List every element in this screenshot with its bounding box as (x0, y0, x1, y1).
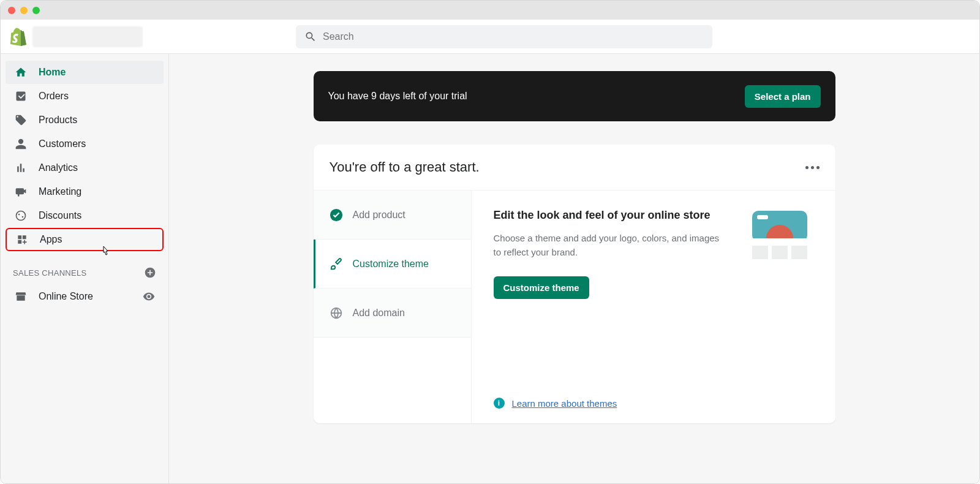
store-name-box[interactable] (32, 26, 143, 47)
window-maximize-button[interactable] (32, 7, 40, 14)
sidebar-item-discounts[interactable]: Discounts (6, 204, 164, 227)
top-bar (1, 20, 979, 54)
trial-banner: You have 9 days left of your trial Selec… (314, 71, 835, 121)
sidebar-item-orders[interactable]: Orders (6, 85, 164, 108)
customize-theme-button[interactable]: Customize theme (494, 276, 589, 299)
sidebar-item-label: Discounts (39, 210, 81, 221)
sidebar-item-label: Home (39, 67, 66, 78)
sidebar-item-label: Apps (40, 234, 62, 245)
step-label: Add product (353, 210, 405, 221)
step-add-domain[interactable]: Add domain (314, 289, 471, 338)
learn-more-link[interactable]: Learn more about themes (512, 398, 617, 409)
svg-rect-9 (791, 246, 807, 259)
brush-icon (330, 257, 343, 271)
search-input[interactable] (323, 31, 704, 42)
card-title: You're off to a great start. (330, 159, 480, 175)
step-content: Edit the look and feel of your online st… (472, 191, 835, 423)
orders-icon (14, 90, 28, 102)
sidebar-item-label: Orders (39, 91, 69, 102)
sidebar-item-online-store[interactable]: Online Store (6, 285, 164, 308)
marketing-icon (14, 186, 28, 198)
content-body: Choose a theme and add your logo, colors… (494, 232, 729, 259)
discounts-icon (14, 210, 28, 222)
content-heading: Edit the look and feel of your online st… (494, 208, 729, 223)
sidebar-item-home[interactable]: Home (6, 61, 164, 84)
store-icon (14, 290, 28, 303)
check-circle-icon (330, 208, 343, 222)
shopify-logo-icon (10, 28, 26, 46)
sidebar-item-label: Marketing (39, 186, 81, 197)
window-minimize-button[interactable] (20, 7, 28, 14)
customers-icon (14, 138, 28, 150)
sidebar-item-customers[interactable]: Customers (6, 132, 164, 156)
main-content: You have 9 days left of your trial Selec… (169, 54, 979, 483)
info-icon: i (494, 398, 505, 409)
search-icon (304, 31, 317, 43)
window-close-button[interactable] (8, 7, 15, 14)
home-icon (14, 66, 28, 78)
view-store-button[interactable] (143, 290, 155, 303)
svg-rect-7 (752, 246, 768, 259)
analytics-icon (14, 162, 28, 174)
window-titlebar (1, 1, 979, 20)
search-field[interactable] (296, 25, 712, 48)
sidebar-item-marketing[interactable]: Marketing (6, 180, 164, 203)
section-label: SALES CHANNELS (13, 268, 87, 278)
setup-card: You're off to a great start. Add product… (314, 145, 835, 423)
trial-message: You have 9 days left of your trial (328, 91, 467, 102)
globe-icon (330, 306, 343, 320)
sidebar: Home Orders Products Customers Analytics… (1, 54, 169, 483)
sidebar-item-products[interactable]: Products (6, 108, 164, 132)
products-icon (14, 114, 28, 126)
step-label: Customize theme (353, 259, 429, 270)
sidebar-item-label: Online Store (39, 291, 132, 302)
svg-rect-8 (772, 246, 788, 259)
step-add-product[interactable]: Add product (314, 191, 471, 240)
step-customize-theme[interactable]: Customize theme (314, 240, 471, 289)
sidebar-item-label: Products (39, 115, 77, 126)
apps-icon (15, 233, 29, 246)
sidebar-section-sales-channels: SALES CHANNELS (4, 261, 165, 284)
theme-illustration (746, 208, 813, 263)
card-more-button[interactable] (805, 166, 820, 169)
add-channel-button[interactable] (144, 267, 156, 279)
setup-steps: Add product Customize theme Add domain (314, 191, 472, 423)
select-plan-button[interactable]: Select a plan (745, 85, 821, 108)
sidebar-item-label: Analytics (39, 162, 78, 173)
sidebar-item-analytics[interactable]: Analytics (6, 156, 164, 180)
step-label: Add domain (353, 308, 405, 319)
svg-rect-4 (757, 215, 768, 219)
sidebar-item-label: Customers (39, 138, 86, 149)
sidebar-item-apps[interactable]: Apps (6, 228, 164, 251)
